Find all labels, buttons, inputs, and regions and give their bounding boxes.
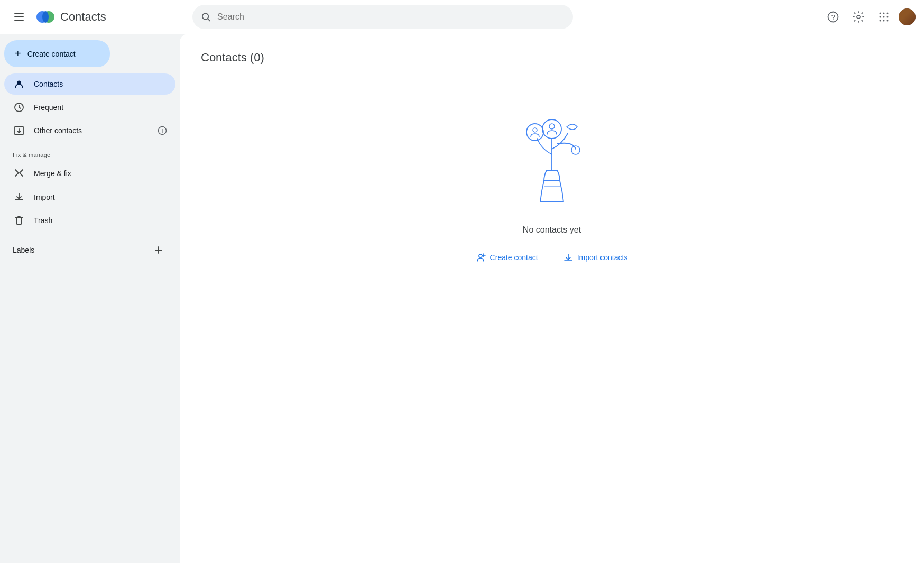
settings-button[interactable] [848, 6, 869, 27]
import-label: Import [34, 193, 167, 201]
trash-label: Trash [34, 216, 167, 225]
app-logo-icon [35, 6, 56, 27]
sidebar-item-contacts[interactable]: Contacts [4, 73, 175, 95]
app-logo[interactable]: Contacts [35, 6, 106, 27]
grid-icon [879, 12, 889, 22]
svg-point-14 [880, 16, 881, 18]
avatar[interactable] [899, 8, 916, 25]
plus-label-icon [154, 245, 163, 255]
contacts-heading: Contacts [201, 51, 247, 64]
apps-button[interactable] [873, 6, 894, 27]
empty-state: No contacts yet Create contact Impor [201, 96, 903, 267]
search-bar[interactable] [192, 5, 573, 29]
svg-point-11 [880, 13, 881, 14]
merge-icon [13, 168, 25, 179]
download-box-icon [13, 125, 25, 136]
svg-point-16 [887, 16, 889, 18]
sidebar-item-import[interactable]: Import [4, 187, 175, 208]
svg-rect-0 [14, 13, 24, 14]
other-contacts-label: Other contacts [34, 126, 149, 135]
person-add-icon [476, 253, 486, 262]
app-header: Contacts ? [0, 0, 924, 34]
help-button[interactable]: ? [823, 6, 844, 27]
labels-title: Labels [13, 246, 34, 254]
svg-text:i: i [162, 128, 163, 134]
import-icon [13, 192, 25, 202]
empty-create-contact-button[interactable]: Create contact [466, 247, 549, 267]
header-left: Contacts [8, 6, 188, 27]
svg-rect-1 [14, 16, 24, 17]
gear-icon [853, 11, 864, 23]
trash-icon [13, 215, 25, 226]
page-title: Contacts (0) [201, 51, 903, 64]
main-content: Contacts (0) [180, 34, 924, 563]
contacts-label: Contacts [34, 80, 167, 88]
empty-actions: Create contact Import contacts [466, 247, 639, 267]
add-label-button[interactable] [150, 242, 167, 259]
main-layout: + Create contact Contacts Frequent [0, 34, 924, 563]
menu-button[interactable] [8, 6, 30, 27]
svg-point-17 [880, 20, 881, 22]
sidebar-item-other-contacts[interactable]: Other contacts i [4, 120, 175, 141]
search-input[interactable] [217, 12, 565, 22]
create-contact-label: Create contact [27, 50, 76, 58]
import-contacts-icon [563, 253, 573, 262]
svg-point-13 [887, 13, 889, 14]
create-contact-button[interactable]: + Create contact [4, 40, 110, 67]
svg-point-15 [883, 16, 885, 18]
empty-import-label: Import contacts [577, 253, 628, 262]
svg-point-30 [533, 128, 537, 132]
labels-section: Labels [4, 233, 175, 261]
frequent-label: Frequent [34, 103, 167, 112]
contacts-count: (0) [250, 51, 264, 64]
sidebar-item-merge-fix[interactable]: Merge & fix [4, 162, 175, 184]
empty-import-button[interactable]: Import contacts [553, 247, 639, 267]
svg-point-31 [571, 146, 580, 154]
svg-point-5 [42, 11, 49, 23]
person-icon [13, 79, 25, 89]
svg-point-12 [883, 13, 885, 14]
empty-create-label: Create contact [490, 253, 538, 262]
fix-manage-section-header: Fix & manage [4, 143, 175, 160]
empty-illustration [499, 96, 605, 213]
clock-icon [13, 102, 25, 113]
sidebar-item-frequent[interactable]: Frequent [4, 97, 175, 118]
svg-point-19 [887, 20, 889, 22]
svg-point-18 [883, 20, 885, 22]
svg-point-28 [549, 124, 555, 129]
merge-fix-label: Merge & fix [34, 169, 167, 178]
plus-icon: + [15, 48, 21, 60]
svg-text:?: ? [831, 13, 835, 21]
header-actions: ? [823, 6, 916, 27]
info-icon: i [158, 126, 167, 135]
search-icon [201, 12, 211, 22]
hamburger-icon [14, 13, 24, 21]
empty-text: No contacts yet [523, 225, 581, 235]
svg-rect-2 [14, 20, 24, 21]
svg-line-7 [208, 19, 210, 21]
sidebar-item-trash[interactable]: Trash [4, 210, 175, 231]
app-title: Contacts [60, 10, 106, 24]
svg-point-10 [857, 15, 860, 19]
svg-point-33 [479, 254, 482, 257]
help-icon: ? [827, 11, 839, 23]
sidebar: + Create contact Contacts Frequent [0, 34, 180, 563]
avatar-image [899, 8, 916, 25]
